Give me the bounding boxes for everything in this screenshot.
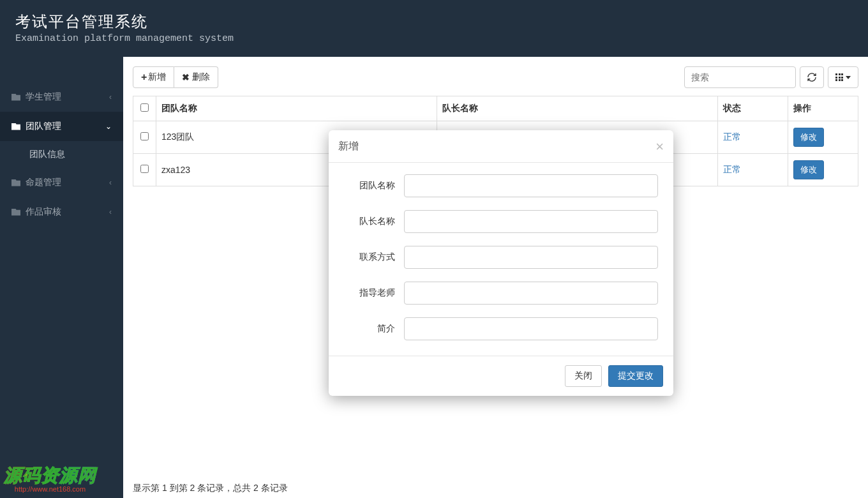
grid-icon bbox=[835, 73, 843, 81]
modal-header: 新增 × bbox=[329, 130, 673, 163]
sidebar-item-label: 学生管理 bbox=[26, 91, 109, 103]
delete-button[interactable]: ✖删除 bbox=[174, 66, 218, 88]
folder-icon bbox=[11, 123, 20, 130]
input-intro[interactable] bbox=[404, 317, 658, 340]
sidebar-item-team[interactable]: 团队管理 ⌄ bbox=[0, 112, 123, 141]
th-action[interactable]: 操作 bbox=[788, 96, 858, 121]
sidebar-item-proposition[interactable]: 命题管理 ‹ bbox=[0, 168, 123, 197]
chevron-left-icon: ‹ bbox=[109, 178, 112, 187]
folder-icon bbox=[11, 94, 20, 101]
toolbar: +新增 ✖删除 bbox=[133, 66, 858, 88]
modal-body: 团队名称 队长名称 联系方式 指导老师 简介 bbox=[329, 163, 673, 356]
x-icon: ✖ bbox=[182, 72, 190, 82]
columns-button[interactable] bbox=[828, 66, 858, 88]
input-teacher[interactable] bbox=[404, 282, 658, 305]
sidebar-item-label: 命题管理 bbox=[26, 177, 109, 188]
pagination-info: 显示第 1 到第 2 条记录，总共 2 条记录 bbox=[133, 483, 288, 494]
chevron-left-icon: ‹ bbox=[109, 207, 112, 216]
select-all-checkbox[interactable] bbox=[140, 103, 149, 112]
caret-down-icon bbox=[846, 76, 851, 79]
chevron-left-icon: ‹ bbox=[109, 93, 112, 102]
row-checkbox[interactable] bbox=[140, 132, 149, 140]
label-team-name: 团队名称 bbox=[344, 180, 395, 192]
status-link[interactable]: 正常 bbox=[723, 132, 741, 142]
refresh-icon bbox=[807, 72, 817, 82]
refresh-button[interactable] bbox=[800, 66, 824, 88]
label-teacher: 指导老师 bbox=[344, 287, 395, 299]
th-team-name[interactable]: 团队名称 bbox=[156, 96, 437, 121]
th-checkbox bbox=[133, 96, 156, 121]
edit-button[interactable]: 修改 bbox=[793, 160, 824, 179]
row-checkbox[interactable] bbox=[140, 165, 149, 173]
modal-footer: 关闭 提交更改 bbox=[329, 356, 673, 396]
add-modal: 新增 × 团队名称 队长名称 联系方式 指导老师 简介 关闭 提交更改 bbox=[329, 130, 673, 396]
close-button[interactable]: 关闭 bbox=[565, 365, 602, 387]
app-header: 考试平台管理系统 Examination platform management… bbox=[0, 0, 868, 57]
app-title: 考试平台管理系统 bbox=[15, 11, 868, 32]
sidebar-item-student[interactable]: 学生管理 ‹ bbox=[0, 82, 123, 112]
sidebar-item-label: 团队管理 bbox=[26, 121, 105, 132]
plus-icon: + bbox=[141, 73, 147, 82]
th-status[interactable]: 状态 bbox=[718, 96, 788, 121]
modal-title: 新增 bbox=[338, 140, 359, 153]
watermark: 源码资源网 http://www.net168.com bbox=[4, 464, 96, 493]
input-leader-name[interactable] bbox=[404, 210, 658, 233]
folder-icon bbox=[11, 179, 20, 186]
label-contact: 联系方式 bbox=[344, 252, 395, 263]
label-intro: 简介 bbox=[344, 323, 395, 335]
input-team-name[interactable] bbox=[404, 174, 658, 197]
search-input[interactable] bbox=[684, 66, 796, 88]
app-subtitle: Examination platform management system bbox=[15, 33, 868, 44]
input-contact[interactable] bbox=[404, 246, 658, 269]
sidebar-item-works[interactable]: 作品审核 ‹ bbox=[0, 197, 123, 227]
th-leader-name[interactable]: 队长名称 bbox=[437, 96, 718, 121]
folder-icon bbox=[11, 209, 20, 216]
label-leader-name: 队长名称 bbox=[344, 216, 395, 227]
status-link[interactable]: 正常 bbox=[723, 164, 741, 174]
sidebar-subitem-label: 团队信息 bbox=[29, 149, 65, 159]
edit-button[interactable]: 修改 bbox=[793, 128, 824, 147]
sidebar: 学生管理 ‹ 团队管理 ⌄ 团队信息 命题管理 ‹ 作品审核 ‹ 源码资源网 h… bbox=[0, 57, 123, 498]
sidebar-subitem-team-info[interactable]: 团队信息 bbox=[0, 141, 123, 168]
close-icon[interactable]: × bbox=[655, 142, 664, 152]
sidebar-item-label: 作品审核 bbox=[26, 206, 109, 218]
submit-button[interactable]: 提交更改 bbox=[608, 365, 663, 387]
chevron-down-icon: ⌄ bbox=[105, 122, 112, 131]
add-button[interactable]: +新增 bbox=[133, 66, 174, 88]
